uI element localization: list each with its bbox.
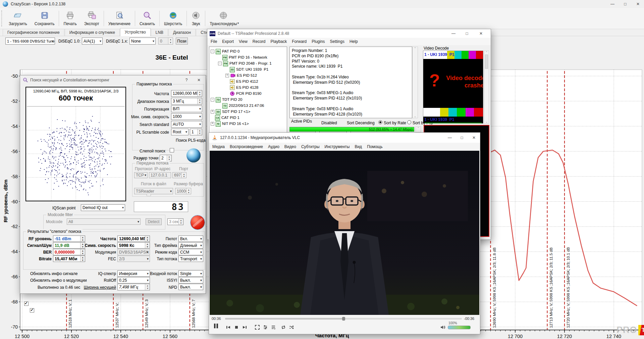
- scroll-down-icon[interactable]: ⌄: [484, 120, 489, 123]
- tree-row[interactable]: -PMPMT PID 2048 - Progr. 1: [211, 60, 287, 66]
- tree-row[interactable]: +ES PID 512: [211, 72, 287, 78]
- buffer-spinner[interactable]: 100000: [175, 188, 191, 194]
- tree-row[interactable]: -TDTDT PID 20: [211, 96, 287, 103]
- stop-button[interactable]: [233, 324, 240, 331]
- menu-view[interactable]: View: [239, 39, 248, 44]
- detect-button[interactable]: Detect: [146, 218, 162, 225]
- pause-button[interactable]: [212, 322, 220, 330]
- seek-bar[interactable]: [225, 318, 462, 320]
- menu-record[interactable]: Record: [253, 39, 266, 44]
- fullscreen-button[interactable]: [254, 324, 261, 331]
- port-spinner[interactable]: 6971: [172, 172, 186, 178]
- menu-plugins[interactable]: Plugins: [312, 39, 325, 44]
- collapse-icon[interactable]: -: [211, 98, 214, 101]
- collapse-icon[interactable]: -: [211, 50, 214, 53]
- modcode-select[interactable]: All: [67, 218, 141, 225]
- vlc-menu-7[interactable]: Вид: [355, 144, 362, 149]
- menu-playback[interactable]: Playback: [271, 39, 287, 44]
- menu-settings[interactable]: Settings: [330, 39, 344, 44]
- update-signal-checkbox[interactable]: [24, 301, 29, 306]
- issyi-select[interactable]: Выкл.: [178, 277, 203, 283]
- range-spinner[interactable]: 3 МГц: [171, 98, 202, 105]
- pl-scramble-spinner[interactable]: 1: [190, 129, 202, 135]
- reader-select[interactable]: TSReader: [134, 188, 173, 194]
- vlc-menu-5[interactable]: Субтитры: [301, 144, 320, 149]
- tree-row[interactable]: CACAT PID 1: [211, 115, 287, 121]
- iqscan-select[interactable]: Demod IQ out: [81, 204, 125, 211]
- freq-spinner[interactable]: 12690,000 МГц: [171, 90, 202, 97]
- seek-handle[interactable]: [342, 317, 345, 321]
- program-info-line: Program Number: 1: [292, 48, 410, 54]
- scan-dialog-titlebar: Поиск несущей и Constellation-мониторинг…: [20, 75, 206, 85]
- video-decode-label: Video Decode: [424, 46, 449, 51]
- previous-button[interactable]: [225, 324, 232, 331]
- tree-row[interactable]: -PAPAT PID 0: [211, 48, 287, 54]
- scroll-down-icon[interactable]: ⌄: [413, 115, 418, 118]
- tree-row[interactable]: PMPMT PID 16 - Network: [211, 54, 287, 60]
- expand-icon[interactable]: +: [225, 74, 229, 77]
- input-stream-select[interactable]: Single: [178, 270, 203, 277]
- tree-row[interactable]: SDSDT: UKI 1939 P1: [211, 66, 287, 72]
- tree-row[interactable]: +NINIT PID 16 <1>: [211, 121, 287, 127]
- vlc-menu-8[interactable]: Помощь: [367, 144, 382, 149]
- pls-search-checkbox[interactable]: [170, 148, 174, 152]
- volume-slider[interactable]: [448, 326, 471, 329]
- scroll-up-icon[interactable]: ⌃: [484, 51, 489, 54]
- vlc-video-area[interactable]: [210, 151, 479, 315]
- ip-field[interactable]: 127.0.0.1: [149, 172, 171, 178]
- vlc-menu-4[interactable]: Видео: [284, 144, 296, 149]
- stop-scan-button[interactable]: [191, 215, 205, 229]
- result-value[interactable]: Вкл.: [178, 235, 203, 242]
- vlc-close-button[interactable]: ✕: [468, 133, 480, 143]
- loop-button[interactable]: [280, 324, 287, 331]
- protocol-select[interactable]: TCP: [134, 172, 148, 178]
- pid-bar-scroll-icon[interactable]: ⌃: [416, 126, 421, 132]
- video-decode-scrollbar[interactable]: ⌃ ⌄: [484, 51, 489, 124]
- x-tick-label: 12 720: [557, 334, 572, 339]
- tree-node-label: ES PID 4128: [236, 85, 258, 89]
- expand-icon[interactable]: +: [211, 110, 214, 114]
- next-button[interactable]: [241, 324, 248, 331]
- search-standard-select[interactable]: AUTO: [171, 121, 202, 128]
- menu-forward[interactable]: Forward: [292, 39, 307, 44]
- playlist-button[interactable]: [270, 324, 277, 331]
- result-value[interactable]: Transport: [178, 256, 203, 262]
- polarization-select[interactable]: В/П: [171, 106, 202, 112]
- npd-select[interactable]: Выкл.: [178, 284, 203, 290]
- menu-help[interactable]: Help: [350, 39, 358, 44]
- vlc-menu-2[interactable]: Воспроизведение: [230, 144, 263, 149]
- tree-row[interactable]: PCR PID 8190: [211, 90, 287, 96]
- sort-by-rate-radio[interactable]: [378, 120, 382, 124]
- expand-icon[interactable]: +: [211, 122, 214, 126]
- detect-interval-spinner[interactable]: 3 сек: [167, 218, 183, 225]
- result-value[interactable]: Длинный: [178, 242, 203, 249]
- vlc-minimize-button[interactable]: —: [444, 133, 456, 143]
- result-label: Тип фрейма: [137, 243, 177, 248]
- menu-export[interactable]: Export: [222, 39, 234, 44]
- update-modulation-checkbox[interactable]: [30, 308, 34, 313]
- scroll-up-icon[interactable]: ⌃: [413, 47, 418, 50]
- carrier-width-link[interactable]: Ширина несущей: [83, 285, 116, 290]
- tree-row[interactable]: ES PID 4112: [211, 78, 287, 84]
- vlc-menu-3[interactable]: Аудио: [268, 144, 279, 149]
- menu-file[interactable]: File: [211, 39, 217, 44]
- vlc-menu-1[interactable]: Медиа: [212, 144, 225, 149]
- pl-scramble-select[interactable]: Root: [171, 129, 189, 135]
- tree-row[interactable]: +SDSDT PID 17 <1>: [211, 109, 287, 115]
- result-value[interactable]: CCM: [178, 249, 203, 255]
- vlc-menu-6[interactable]: Инструменты: [325, 144, 350, 149]
- collapse-icon[interactable]: -: [218, 62, 222, 65]
- random-button[interactable]: [288, 324, 295, 331]
- min-symrate-combo[interactable]: 1000: [171, 113, 202, 120]
- tree-row[interactable]: TD2022/09/13 21:47:06: [211, 103, 287, 109]
- tree-row[interactable]: ES PID 4128: [211, 84, 287, 90]
- pls-search-label: Поиск PLS-кода: [176, 138, 206, 143]
- volume-icon[interactable]: [440, 324, 446, 331]
- transponder-marker-label: 12518 MHz; V; 1: [68, 299, 72, 328]
- sort-by-pid-radio[interactable]: [407, 120, 411, 124]
- vlc-maximize-button[interactable]: □: [456, 133, 468, 143]
- extended-settings-button[interactable]: [262, 324, 269, 331]
- vlc-cone-icon: [212, 135, 218, 141]
- point-size-spinner[interactable]: 2: [160, 155, 172, 161]
- info-scrollbar[interactable]: ⌃ ⌄: [412, 47, 418, 118]
